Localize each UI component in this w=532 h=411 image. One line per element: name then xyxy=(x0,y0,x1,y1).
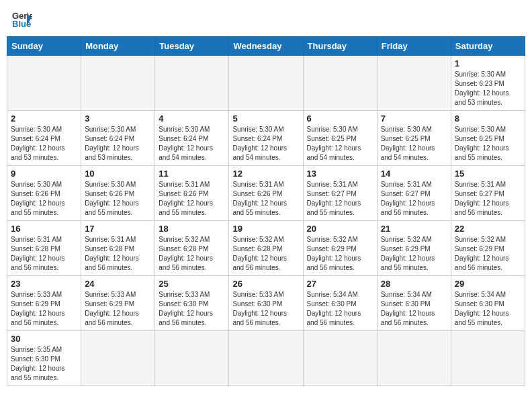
calendar-cell: 21Sunrise: 5:32 AM Sunset: 6:29 PM Dayli… xyxy=(377,221,451,276)
day-info: Sunrise: 5:30 AM Sunset: 6:24 PM Dayligh… xyxy=(85,125,151,163)
day-info: Sunrise: 5:34 AM Sunset: 6:30 PM Dayligh… xyxy=(307,290,373,328)
week-row-1: 1Sunrise: 5:30 AM Sunset: 6:23 PM Daylig… xyxy=(7,56,525,111)
calendar-cell: 11Sunrise: 5:31 AM Sunset: 6:26 PM Dayli… xyxy=(155,166,229,221)
day-number: 23 xyxy=(11,279,77,289)
day-info: Sunrise: 5:31 AM Sunset: 6:28 PM Dayligh… xyxy=(11,235,77,273)
day-info: Sunrise: 5:31 AM Sunset: 6:26 PM Dayligh… xyxy=(159,180,225,218)
day-number: 29 xyxy=(455,279,521,289)
calendar-cell xyxy=(81,331,155,386)
day-info: Sunrise: 5:32 AM Sunset: 6:28 PM Dayligh… xyxy=(232,235,299,273)
calendar-cell: 24Sunrise: 5:33 AM Sunset: 6:29 PM Dayli… xyxy=(81,276,155,331)
calendar-cell: 27Sunrise: 5:34 AM Sunset: 6:30 PM Dayli… xyxy=(303,276,377,331)
calendar-cell xyxy=(81,56,155,111)
day-info: Sunrise: 5:30 AM Sunset: 6:24 PM Dayligh… xyxy=(11,125,77,163)
calendar-cell: 16Sunrise: 5:31 AM Sunset: 6:28 PM Dayli… xyxy=(7,221,81,276)
day-number: 11 xyxy=(159,169,225,179)
calendar-cell: 3Sunrise: 5:30 AM Sunset: 6:24 PM Daylig… xyxy=(81,111,155,166)
weekday-header-monday: Monday xyxy=(81,37,155,56)
day-info: Sunrise: 5:31 AM Sunset: 6:28 PM Dayligh… xyxy=(85,235,151,273)
day-info: Sunrise: 5:30 AM Sunset: 6:26 PM Dayligh… xyxy=(85,180,151,218)
calendar-cell xyxy=(303,331,377,386)
day-info: Sunrise: 5:34 AM Sunset: 6:30 PM Dayligh… xyxy=(455,290,521,328)
calendar-cell xyxy=(229,56,303,111)
day-info: Sunrise: 5:30 AM Sunset: 6:24 PM Dayligh… xyxy=(159,125,225,163)
calendar-cell: 7Sunrise: 5:30 AM Sunset: 6:25 PM Daylig… xyxy=(377,111,451,166)
day-info: Sunrise: 5:30 AM Sunset: 6:23 PM Dayligh… xyxy=(455,70,521,107)
calendar-cell xyxy=(377,56,451,111)
day-info: Sunrise: 5:34 AM Sunset: 6:30 PM Dayligh… xyxy=(381,290,447,328)
day-number: 17 xyxy=(85,224,151,234)
day-number: 2 xyxy=(11,113,77,124)
day-info: Sunrise: 5:31 AM Sunset: 6:27 PM Dayligh… xyxy=(455,180,521,218)
calendar-cell: 20Sunrise: 5:32 AM Sunset: 6:29 PM Dayli… xyxy=(303,221,377,276)
day-number: 27 xyxy=(307,279,373,289)
calendar-cell: 8Sunrise: 5:30 AM Sunset: 6:25 PM Daylig… xyxy=(451,111,525,166)
day-info: Sunrise: 5:33 AM Sunset: 6:30 PM Dayligh… xyxy=(159,290,225,328)
header: General Blue xyxy=(7,7,525,31)
calendar-cell: 26Sunrise: 5:33 AM Sunset: 6:30 PM Dayli… xyxy=(229,276,303,331)
day-info: Sunrise: 5:33 AM Sunset: 6:29 PM Dayligh… xyxy=(85,290,151,328)
day-info: Sunrise: 5:30 AM Sunset: 6:25 PM Dayligh… xyxy=(455,125,521,163)
weekday-header-sunday: Sunday xyxy=(7,37,81,56)
weekday-header-saturday: Saturday xyxy=(451,37,525,56)
logo-icon: General Blue xyxy=(12,9,32,28)
day-info: Sunrise: 5:32 AM Sunset: 6:29 PM Dayligh… xyxy=(307,235,373,273)
calendar-cell: 23Sunrise: 5:33 AM Sunset: 6:29 PM Dayli… xyxy=(7,276,81,331)
day-number: 12 xyxy=(232,169,299,179)
day-number: 4 xyxy=(159,113,225,124)
logo: General Blue xyxy=(12,9,35,28)
calendar-cell: 13Sunrise: 5:31 AM Sunset: 6:27 PM Dayli… xyxy=(303,166,377,221)
week-row-6: 30Sunrise: 5:35 AM Sunset: 6:30 PM Dayli… xyxy=(7,331,525,386)
weekday-header-wednesday: Wednesday xyxy=(229,37,303,56)
day-info: Sunrise: 5:30 AM Sunset: 6:24 PM Dayligh… xyxy=(232,125,299,163)
day-number: 21 xyxy=(381,224,447,234)
calendar-cell: 9Sunrise: 5:30 AM Sunset: 6:26 PM Daylig… xyxy=(7,166,81,221)
calendar-cell xyxy=(377,331,451,386)
day-number: 19 xyxy=(232,224,299,234)
day-number: 15 xyxy=(455,169,521,179)
calendar-cell xyxy=(155,56,229,111)
day-info: Sunrise: 5:31 AM Sunset: 6:27 PM Dayligh… xyxy=(381,180,447,218)
calendar-cell: 14Sunrise: 5:31 AM Sunset: 6:27 PM Dayli… xyxy=(377,166,451,221)
day-info: Sunrise: 5:31 AM Sunset: 6:27 PM Dayligh… xyxy=(307,180,373,218)
calendar-cell: 18Sunrise: 5:32 AM Sunset: 6:28 PM Dayli… xyxy=(155,221,229,276)
day-number: 20 xyxy=(307,224,373,234)
day-info: Sunrise: 5:32 AM Sunset: 6:29 PM Dayligh… xyxy=(381,235,447,273)
calendar-cell: 6Sunrise: 5:30 AM Sunset: 6:25 PM Daylig… xyxy=(303,111,377,166)
calendar-cell xyxy=(451,331,525,386)
day-number: 8 xyxy=(455,113,521,124)
day-number: 26 xyxy=(232,279,299,289)
day-info: Sunrise: 5:32 AM Sunset: 6:29 PM Dayligh… xyxy=(455,235,521,273)
calendar-cell: 1Sunrise: 5:30 AM Sunset: 6:23 PM Daylig… xyxy=(451,56,525,111)
week-row-4: 16Sunrise: 5:31 AM Sunset: 6:28 PM Dayli… xyxy=(7,221,525,276)
calendar-cell: 5Sunrise: 5:30 AM Sunset: 6:24 PM Daylig… xyxy=(229,111,303,166)
day-info: Sunrise: 5:32 AM Sunset: 6:28 PM Dayligh… xyxy=(159,235,225,273)
calendar-cell xyxy=(155,331,229,386)
day-number: 6 xyxy=(307,113,373,124)
day-info: Sunrise: 5:33 AM Sunset: 6:29 PM Dayligh… xyxy=(11,290,77,328)
weekday-header-friday: Friday xyxy=(377,37,451,56)
day-number: 13 xyxy=(307,169,373,179)
day-info: Sunrise: 5:33 AM Sunset: 6:30 PM Dayligh… xyxy=(232,290,299,328)
day-info: Sunrise: 5:30 AM Sunset: 6:25 PM Dayligh… xyxy=(381,125,447,163)
calendar: SundayMondayTuesdayWednesdayThursdayFrid… xyxy=(7,36,525,386)
calendar-cell xyxy=(7,56,81,111)
week-row-2: 2Sunrise: 5:30 AM Sunset: 6:24 PM Daylig… xyxy=(7,111,525,166)
day-info: Sunrise: 5:30 AM Sunset: 6:26 PM Dayligh… xyxy=(11,180,77,218)
day-number: 10 xyxy=(85,169,151,179)
day-info: Sunrise: 5:31 AM Sunset: 6:26 PM Dayligh… xyxy=(232,180,299,218)
calendar-cell: 25Sunrise: 5:33 AM Sunset: 6:30 PM Dayli… xyxy=(155,276,229,331)
calendar-cell: 12Sunrise: 5:31 AM Sunset: 6:26 PM Dayli… xyxy=(229,166,303,221)
day-info: Sunrise: 5:30 AM Sunset: 6:25 PM Dayligh… xyxy=(307,125,373,163)
day-number: 25 xyxy=(159,279,225,289)
calendar-cell: 4Sunrise: 5:30 AM Sunset: 6:24 PM Daylig… xyxy=(155,111,229,166)
day-number: 22 xyxy=(455,224,521,234)
weekday-header-thursday: Thursday xyxy=(303,37,377,56)
calendar-cell xyxy=(303,56,377,111)
calendar-cell xyxy=(229,331,303,386)
weekday-header-tuesday: Tuesday xyxy=(155,37,229,56)
day-number: 3 xyxy=(85,113,151,124)
day-number: 7 xyxy=(381,113,447,124)
calendar-cell: 19Sunrise: 5:32 AM Sunset: 6:28 PM Dayli… xyxy=(229,221,303,276)
day-number: 16 xyxy=(11,224,77,234)
